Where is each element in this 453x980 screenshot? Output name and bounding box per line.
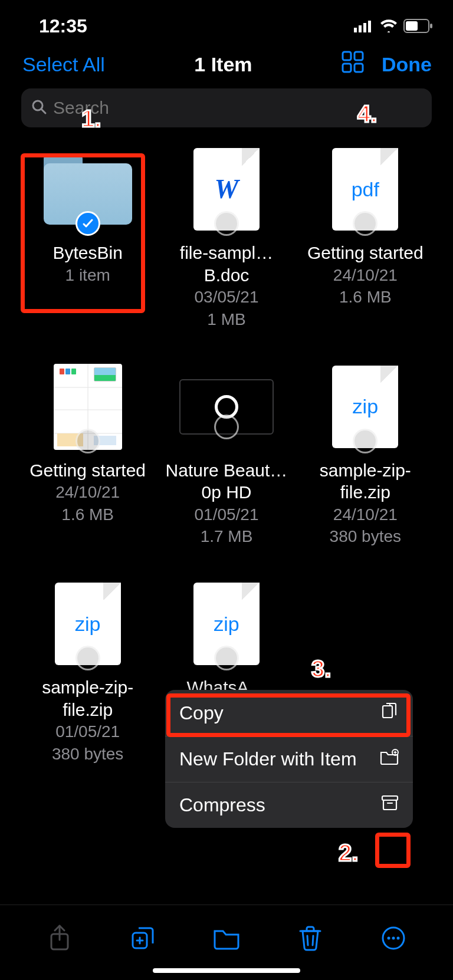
file-name: Getting started: [307, 242, 424, 264]
file-item-zip[interactable]: zip sample-zip-file.zip 24/10/21 380 byt…: [299, 363, 432, 548]
selection-ring-icon: [76, 429, 100, 453]
file-item-video[interactable]: Nature Beaut…0p HD 01/05/21 1.7 MB: [160, 363, 293, 548]
status-right: [354, 19, 433, 33]
svg-point-36: [388, 936, 390, 939]
cellular-icon: [354, 19, 374, 32]
file-date: 03/05/21: [194, 286, 258, 308]
delete-button[interactable]: [296, 923, 325, 953]
context-menu-compress[interactable]: Compress: [165, 782, 413, 828]
svg-rect-19: [383, 706, 392, 718]
nav-bar: Select All 1 Item Done: [0, 41, 453, 88]
done-button[interactable]: Done: [382, 53, 432, 76]
file-name: Getting started: [29, 459, 146, 482]
share-button[interactable]: [45, 923, 74, 953]
svg-point-38: [397, 936, 400, 939]
duplicate-button[interactable]: [128, 923, 157, 953]
file-size: 1.7 MB: [201, 525, 253, 548]
svg-rect-6: [430, 24, 432, 28]
menu-label: New Folder with Item: [179, 748, 357, 770]
file-date: 24/10/21: [333, 264, 398, 287]
home-indicator[interactable]: [153, 968, 300, 973]
archive-box-icon: [381, 794, 399, 816]
selection-ring-icon: [214, 415, 239, 439]
selection-checkmark-icon: [76, 211, 100, 236]
status-time: 12:35: [39, 15, 87, 37]
svg-rect-1: [359, 25, 362, 32]
file-size: 1.6 MB: [61, 504, 114, 526]
file-date: 24/10/21: [55, 481, 120, 504]
view-mode-button[interactable]: [342, 51, 364, 78]
selection-ring-icon: [353, 211, 378, 236]
wifi-icon: [380, 19, 398, 32]
context-menu: Copy New Folder with Item Compress: [165, 690, 413, 828]
file-meta: 1 item: [65, 264, 110, 287]
folder-plus-icon: [380, 748, 399, 770]
svg-line-33: [307, 936, 308, 945]
svg-line-12: [41, 109, 45, 113]
selection-ring-icon: [214, 211, 239, 236]
file-size: 380 bytes: [330, 525, 401, 548]
svg-rect-5: [406, 21, 418, 31]
file-name: file-sampl…B.doc: [165, 242, 288, 286]
menu-label: Compress: [179, 794, 265, 816]
more-button[interactable]: [379, 923, 408, 953]
svg-rect-2: [363, 23, 366, 32]
file-item-pdf[interactable]: pdf Getting started 24/10/21 1.6 MB: [299, 145, 432, 331]
battery-icon: [403, 19, 433, 33]
file-size: 1.6 MB: [339, 286, 392, 308]
svg-rect-10: [354, 64, 363, 72]
select-all-button[interactable]: Select All: [22, 53, 105, 76]
file-size: 1 MB: [207, 308, 245, 331]
magnifying-glass-icon: [31, 98, 47, 117]
nav-title: 1 Item: [194, 53, 252, 76]
selection-ring-icon: [214, 646, 239, 670]
menu-label: Copy: [179, 702, 224, 724]
file-name: BytesBin: [52, 242, 122, 264]
svg-line-34: [313, 936, 313, 945]
svg-rect-0: [354, 28, 357, 32]
status-bar: 12:35: [0, 0, 453, 41]
annotation-callout-3: 3.: [311, 656, 331, 682]
svg-rect-8: [354, 52, 363, 60]
file-size: 380 bytes: [52, 743, 123, 765]
file-item-rtf[interactable]: Getting started 24/10/21 1.6 MB: [21, 363, 154, 548]
file-date: 01/05/21: [194, 504, 258, 526]
file-item-folder[interactable]: BytesBin 1 item: [21, 145, 154, 331]
context-menu-new-folder[interactable]: New Folder with Item: [165, 736, 413, 782]
file-name: Nature Beaut…0p HD: [165, 459, 288, 504]
file-item-doc[interactable]: W file-sampl…B.doc 03/05/21 1 MB: [160, 145, 293, 331]
svg-rect-7: [343, 52, 351, 60]
svg-rect-24: [383, 800, 396, 810]
svg-point-37: [392, 936, 395, 939]
annotation-callout-1: 1.: [81, 106, 101, 132]
file-date: 01/05/21: [55, 721, 120, 743]
file-name: sample-zip-file.zip: [26, 676, 150, 721]
svg-rect-9: [343, 64, 351, 72]
copy-icon: [381, 702, 399, 724]
annotation-callout-2: 2.: [339, 840, 358, 866]
file-date: 24/10/21: [333, 504, 398, 526]
selection-ring-icon: [353, 429, 378, 453]
selection-ring-icon: [76, 646, 100, 670]
annotation-callout-4: 4.: [357, 101, 377, 127]
file-item-zip[interactable]: zip sample-zip-file.zip 01/05/21 380 byt…: [21, 580, 154, 765]
file-name: sample-zip-file.zip: [303, 459, 427, 504]
svg-rect-3: [368, 21, 371, 32]
move-button[interactable]: [212, 923, 241, 953]
context-menu-copy[interactable]: Copy: [165, 690, 413, 736]
